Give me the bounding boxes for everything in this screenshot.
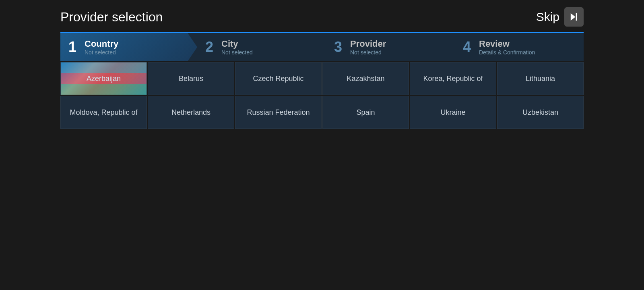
country-name-czech: Czech Republic: [253, 75, 303, 83]
header: Provider selection Skip: [60, 0, 584, 33]
country-uzbekistan[interactable]: Uzbekistan: [497, 96, 584, 129]
skip-button[interactable]: [564, 7, 584, 27]
step-city[interactable]: 2 City Not selected: [197, 33, 326, 61]
step-review[interactable]: 4 Review Details & Confirmation: [455, 33, 584, 61]
country-lithuania[interactable]: Lithuania: [497, 62, 584, 95]
step-country[interactable]: 1 Country Not selected: [60, 33, 197, 61]
country-moldova[interactable]: Moldova, Republic of: [60, 96, 147, 129]
country-name-korea: Korea, Republic of: [423, 75, 483, 83]
country-grid: Azerbaijan Belarus Czech Republic Kazakh…: [60, 62, 584, 129]
step-4-subtext: Details & Confirmation: [479, 49, 535, 56]
step-2-number: 2: [205, 40, 217, 54]
app-container: Provider selection Skip 1 Country Not se…: [60, 0, 584, 129]
country-netherlands[interactable]: Netherlands: [148, 96, 234, 129]
country-czech-republic[interactable]: Czech Republic: [235, 62, 322, 95]
step-2-subtext: Not selected: [221, 49, 253, 56]
step-provider[interactable]: 3 Provider Not selected: [326, 33, 455, 61]
forward-icon: [568, 11, 580, 23]
country-name-moldova: Moldova, Republic of: [70, 108, 137, 117]
step-4-name: Review: [479, 39, 535, 49]
country-name-uzbekistan: Uzbekistan: [522, 108, 558, 117]
country-name-lithuania: Lithuania: [526, 75, 555, 83]
skip-label: Skip: [536, 10, 559, 24]
country-russian-federation[interactable]: Russian Federation: [235, 96, 322, 129]
step-4-number: 4: [463, 40, 475, 54]
country-ukraine[interactable]: Ukraine: [410, 96, 496, 129]
country-spain[interactable]: Spain: [322, 96, 409, 129]
step-3-name: Provider: [350, 39, 386, 49]
country-name-belarus: Belarus: [179, 75, 203, 83]
step-3-number: 3: [334, 40, 346, 54]
country-azerbaijan[interactable]: Azerbaijan: [60, 62, 147, 95]
country-name-azerbaijan: Azerbaijan: [87, 75, 121, 83]
step-1-name: Country: [85, 39, 118, 49]
step-3-subtext: Not selected: [350, 49, 386, 56]
country-korea[interactable]: Korea, Republic of: [410, 62, 496, 95]
step-1-subtext: Not selected: [85, 49, 118, 56]
step-2-name: City: [221, 39, 253, 49]
country-kazakhstan[interactable]: Kazakhstan: [322, 62, 409, 95]
header-right: Skip: [536, 7, 584, 27]
country-name-spain: Spain: [356, 108, 375, 117]
country-name-kazakhstan: Kazakhstan: [347, 75, 384, 83]
country-name-russia: Russian Federation: [247, 108, 310, 117]
country-belarus[interactable]: Belarus: [148, 62, 234, 95]
country-name-ukraine: Ukraine: [440, 108, 465, 117]
country-name-netherlands: Netherlands: [171, 108, 211, 117]
page-title: Provider selection: [60, 10, 163, 25]
steps-bar: 1 Country Not selected 2 City Not select…: [60, 33, 584, 61]
step-1-number: 1: [68, 40, 80, 54]
